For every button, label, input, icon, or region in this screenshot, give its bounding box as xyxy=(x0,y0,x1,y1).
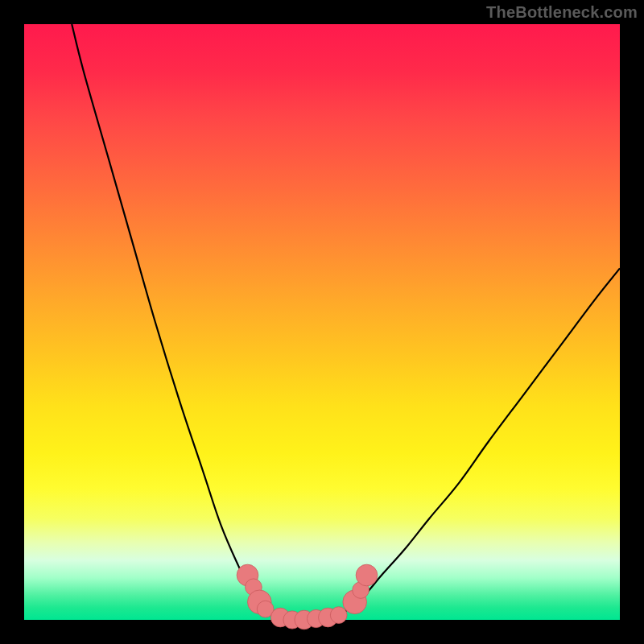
chart-frame: TheBottleneck.com xyxy=(0,0,644,644)
plot-area xyxy=(24,24,620,620)
curve-left-branch xyxy=(72,24,283,620)
curve-right-branch xyxy=(334,268,620,620)
data-marker xyxy=(330,607,347,624)
attribution-label: TheBottleneck.com xyxy=(486,3,638,22)
chart-svg xyxy=(24,24,620,620)
markers-group xyxy=(237,564,378,630)
data-marker xyxy=(356,564,378,586)
